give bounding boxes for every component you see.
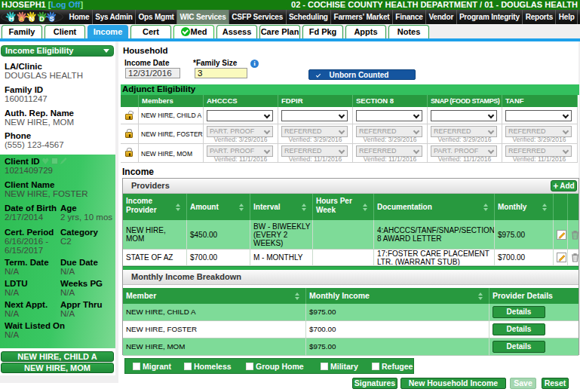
svg-text:S: S xyxy=(49,15,54,23)
svg-text:A: A xyxy=(19,15,24,23)
svg-text:N: N xyxy=(29,15,35,23)
svg-text:H: H xyxy=(9,15,14,23)
svg-text:D: D xyxy=(39,15,44,23)
